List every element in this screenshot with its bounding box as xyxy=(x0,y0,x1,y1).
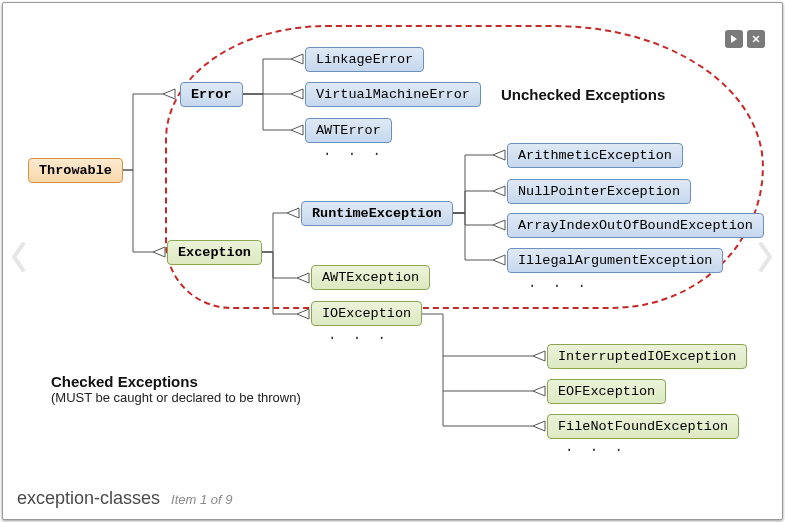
ellipsis-error: . . . xyxy=(323,143,385,159)
ellipsis-runtime: . . . xyxy=(528,275,590,291)
node-filenotfoundexception: FileNotFoundException xyxy=(547,414,739,439)
node-awtexception: AWTException xyxy=(311,265,430,290)
ellipsis-io: . . . xyxy=(565,439,627,455)
node-eofexception: EOFException xyxy=(547,379,666,404)
connectors xyxy=(3,3,782,479)
node-runtimeexception: RuntimeException xyxy=(301,201,453,226)
node-arrayindexoutofboundexception: ArrayIndexOutOfBoundException xyxy=(507,213,764,238)
svg-marker-8 xyxy=(287,208,299,218)
node-awterror: AWTError xyxy=(305,118,392,143)
node-throwable: Throwable xyxy=(28,158,123,183)
checked-label-sub: (MUST be caught or declared to be thrown… xyxy=(51,390,301,405)
svg-marker-7 xyxy=(291,125,303,135)
unchecked-label: Unchecked Exceptions xyxy=(501,86,665,103)
footer: exception-classes Item 1 of 9 xyxy=(17,488,233,509)
diagram-stage: Throwable Error LinkageError VirtualMach… xyxy=(3,3,782,479)
node-exception: Exception xyxy=(167,240,262,265)
svg-marker-17 xyxy=(533,421,545,431)
svg-marker-9 xyxy=(297,273,309,283)
svg-marker-11 xyxy=(493,150,505,160)
node-interruptedioexception: InterruptedIOException xyxy=(547,344,747,369)
svg-marker-5 xyxy=(291,54,303,64)
svg-marker-3 xyxy=(163,89,175,99)
svg-marker-10 xyxy=(297,309,309,319)
footer-title: exception-classes xyxy=(17,488,160,508)
checked-label-title: Checked Exceptions xyxy=(51,373,301,390)
svg-marker-6 xyxy=(291,89,303,99)
ellipsis-exception: . . . xyxy=(328,327,390,343)
node-nullpointerexception: NullPointerException xyxy=(507,179,691,204)
svg-marker-16 xyxy=(533,386,545,396)
node-linkageerror: LinkageError xyxy=(305,47,424,72)
svg-marker-14 xyxy=(493,255,505,265)
node-ioexception: IOException xyxy=(311,301,422,326)
footer-position: Item 1 of 9 xyxy=(171,492,232,507)
node-arithmeticexception: ArithmeticException xyxy=(507,143,683,168)
node-virtualmachineerror: VirtualMachineError xyxy=(305,82,481,107)
svg-marker-4 xyxy=(153,247,165,257)
node-illegalargumentexception: IllegalArgumentException xyxy=(507,248,723,273)
slide-container: Throwable Error LinkageError VirtualMach… xyxy=(2,2,783,520)
node-error: Error xyxy=(180,82,243,107)
svg-marker-15 xyxy=(533,351,545,361)
svg-marker-13 xyxy=(493,220,505,230)
svg-marker-12 xyxy=(493,186,505,196)
